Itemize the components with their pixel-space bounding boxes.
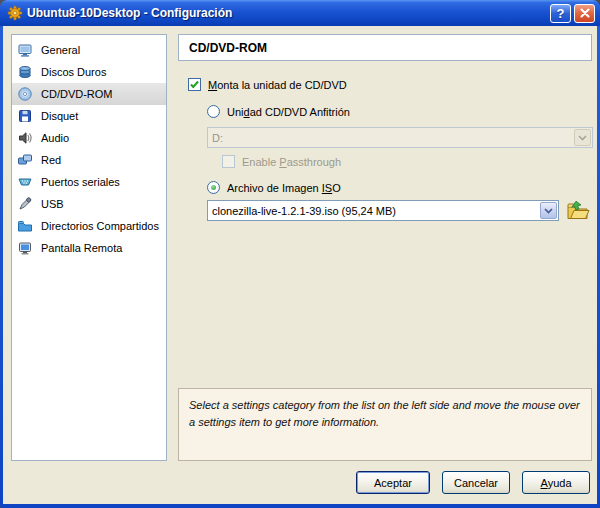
shared-folders-icon xyxy=(17,218,33,234)
sidebar-item-label: USB xyxy=(41,198,64,210)
dropdown-arrow-icon[interactable] xyxy=(540,202,557,219)
sidebar-item-cd-dvd-rom[interactable]: CD/DVD-ROM xyxy=(12,83,166,105)
remote-display-icon xyxy=(17,240,33,256)
harddisk-icon xyxy=(17,64,33,80)
iso-image-label: Archivo de Imagen ISO xyxy=(227,182,341,194)
sidebar-item-network[interactable]: Red xyxy=(12,149,166,171)
host-drive-combobox[interactable]: D: xyxy=(207,127,593,148)
sidebar-item-hard-disks[interactable]: Discos Duros xyxy=(12,61,166,83)
floppy-icon xyxy=(17,108,33,124)
dialog-client-area: General Discos Duros CD/DVD-ROM xyxy=(3,26,597,504)
hint-box: Select a settings category from the list… xyxy=(178,388,592,461)
hint-text: Select a settings category from the list… xyxy=(189,399,580,428)
host-drive-radio[interactable]: Unidad CD/DVD Anfitrión xyxy=(207,105,350,118)
checkbox-box[interactable] xyxy=(188,78,201,91)
network-icon xyxy=(17,152,33,168)
browse-iso-button[interactable] xyxy=(566,200,590,221)
sidebar-item-label: Audio xyxy=(41,132,69,144)
accept-button-label: Aceptar xyxy=(374,477,412,489)
gear-app-icon xyxy=(7,5,23,21)
serial-port-icon xyxy=(17,174,33,190)
sidebar-item-usb[interactable]: USB xyxy=(12,193,166,215)
checkbox-box xyxy=(222,155,235,168)
dropdown-arrow-icon[interactable] xyxy=(574,129,591,146)
window-title: Ubuntu8-10Desktop - Configuración xyxy=(27,6,547,20)
radio-circle[interactable] xyxy=(207,181,220,194)
cd-icon xyxy=(17,86,33,102)
sidebar-item-audio[interactable]: Audio xyxy=(12,127,166,149)
sidebar-item-label: Puertos seriales xyxy=(41,176,120,188)
sidebar-item-label: Disquet xyxy=(41,110,78,122)
check-icon xyxy=(189,79,200,90)
question-icon: ? xyxy=(557,7,565,20)
iso-file-combobox[interactable]: clonezilla-live-1.2.1-39.iso (95,24 MB) xyxy=(207,200,559,221)
titlebar[interactable]: Ubuntu8-10Desktop - Configuración ? xyxy=(0,0,600,26)
sidebar-item-label: Pantalla Remota xyxy=(41,242,122,254)
accept-button[interactable]: Aceptar xyxy=(356,471,430,494)
sidebar-item-shared-folders[interactable]: Directorios Compartidos xyxy=(12,215,166,237)
close-icon xyxy=(580,8,590,18)
sidebar-item-serial-ports[interactable]: Puertos seriales xyxy=(12,171,166,193)
page-header: CD/DVD-ROM xyxy=(178,34,592,61)
host-drive-label: Unidad CD/DVD Anfitrión xyxy=(227,106,350,118)
cancel-button-label: Cancelar xyxy=(454,477,498,489)
cancel-button[interactable]: Cancelar xyxy=(442,471,510,494)
settings-dialog: Ubuntu8-10Desktop - Configuración ? Gene… xyxy=(0,0,600,508)
passthrough-checkbox: Enable Passthrough xyxy=(222,155,341,168)
settings-category-list: General Discos Duros CD/DVD-ROM xyxy=(11,34,167,461)
audio-icon xyxy=(17,130,33,146)
iso-image-radio[interactable]: Archivo de Imagen ISO xyxy=(207,181,341,194)
open-folder-icon xyxy=(566,200,590,221)
mount-cd-checkbox[interactable]: Monta la unidad de CD/DVD xyxy=(188,78,347,91)
help-titlebar-button[interactable]: ? xyxy=(550,4,571,23)
mount-cd-label: Monta la unidad de CD/DVD xyxy=(208,79,347,91)
sidebar-item-label: Red xyxy=(41,154,61,166)
sidebar-item-label: General xyxy=(41,44,80,56)
sidebar-item-label: Discos Duros xyxy=(41,66,106,78)
sidebar-item-floppy[interactable]: Disquet xyxy=(12,105,166,127)
help-button-label: Ayuda xyxy=(541,477,572,489)
sidebar-item-label: Directorios Compartidos xyxy=(41,220,159,232)
close-button[interactable] xyxy=(574,4,595,23)
host-drive-value: D: xyxy=(208,132,573,144)
iso-file-value: clonezilla-live-1.2.1-39.iso (95,24 MB) xyxy=(208,205,539,217)
radio-circle[interactable] xyxy=(207,105,220,118)
sidebar-item-remote-display[interactable]: Pantalla Remota xyxy=(12,237,166,259)
page-title: CD/DVD-ROM xyxy=(189,41,267,55)
sidebar-item-general[interactable]: General xyxy=(12,39,166,61)
sidebar-item-label: CD/DVD-ROM xyxy=(41,88,113,100)
passthrough-label: Enable Passthrough xyxy=(242,156,341,168)
help-button[interactable]: Ayuda xyxy=(522,471,590,494)
usb-icon xyxy=(17,196,33,212)
computer-icon xyxy=(17,42,33,58)
